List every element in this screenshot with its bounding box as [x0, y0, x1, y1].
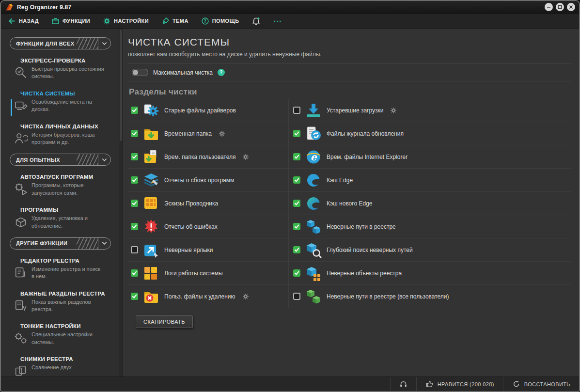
- group-header-for-experienced[interactable]: ДЛЯ ОПЫТНЫХ: [10, 154, 111, 166]
- item-settings-gear-icon[interactable]: [390, 107, 397, 114]
- cleanup-item: Кэш Edge: [289, 169, 571, 192]
- cleanup-checkbox[interactable]: [293, 223, 300, 230]
- cleanup-item-label: Неверные ярлыки: [164, 247, 213, 253]
- cleanup-item: Врем. папка пользователя: [128, 145, 288, 169]
- statusbar: НРАВИТСЯ (200 028) ВОССТАНОВИТЬ: [1, 376, 579, 391]
- item-settings-gear-icon[interactable]: [242, 154, 249, 160]
- main-panel: ЧИСТКА СИСТЕМЫ позволяет вам освободить …: [123, 29, 579, 376]
- sidebar-scrollbar[interactable]: [119, 29, 123, 376]
- sidebar-item-title: АВТОЗАПУСК ПРОГРАММ: [20, 174, 116, 180]
- cleanup-item: Логи работы системы: [128, 262, 288, 285]
- cleanup-item-label: Временная папка: [164, 130, 212, 137]
- express-check-icon: [14, 65, 28, 80]
- help-bubble-icon[interactable]: ?: [218, 69, 225, 76]
- cleanup-checkbox[interactable]: [293, 293, 300, 300]
- help-button[interactable]: ? ПОМОЩЬ: [201, 17, 239, 25]
- sidebar-item-desc: Освобождение места на дисках.: [31, 98, 104, 113]
- system-logs-icon: [143, 265, 159, 282]
- cleanup-item: Старые файлы драйверов: [128, 99, 288, 122]
- cleanup-checkbox[interactable]: [131, 130, 138, 137]
- settings-label: НАСТРОЙКИ: [114, 18, 149, 24]
- cleanup-item: Неверные пути в реестре (все пользовател…: [289, 285, 571, 308]
- cleanup-item-label: Файлы журнала обновления: [327, 130, 404, 137]
- cleanup-checkbox[interactable]: [131, 200, 138, 207]
- sidebar-item-title: СНИМКИ РЕЕСТРА: [20, 356, 116, 362]
- settings-button[interactable]: НАСТРОЙКИ: [103, 17, 149, 25]
- cleanup-checkbox[interactable]: [293, 153, 300, 160]
- functions-button[interactable]: ФУНКЦИИ: [51, 17, 90, 25]
- maximize-button[interactable]: [556, 3, 564, 11]
- cleanup-checkbox[interactable]: [293, 246, 300, 253]
- cleanup-checkbox[interactable]: [131, 269, 138, 277]
- chevron-down-icon[interactable]: [98, 238, 110, 249]
- cleanup-item-label: Неверные объекты реестра: [327, 270, 402, 277]
- cleanup-checkbox[interactable]: [131, 107, 138, 114]
- max-clean-label: Максимальная чистка: [153, 69, 213, 76]
- notifications-bell-icon[interactable]: [251, 16, 261, 26]
- back-button[interactable]: НАЗАД: [8, 17, 39, 25]
- sidebar-item-registry-editor[interactable]: РЕДАКТОР РЕЕСТРА Изменение реестра и пои…: [10, 255, 118, 283]
- like-button[interactable]: НРАВИТСЯ (200 028): [416, 377, 503, 391]
- cleanup-item: e Врем. файлы Internet Explorer: [289, 145, 571, 169]
- sidebar-item-autorun-programs[interactable]: АВТОЗАПУСК ПРОГРАММ Программы, которые з…: [10, 172, 118, 200]
- cleanup-item-label: Устаревшие загрузки: [327, 107, 383, 114]
- cleanup-grid: Старые файлы драйверов Временная папка В…: [128, 99, 571, 308]
- sidebar-group: ДЛЯ ОПЫТНЫХ АВТОЗАПУСК ПРОГРАММ Программ…: [10, 154, 118, 233]
- restore-button[interactable]: ВОССТАНОВИТЬ: [503, 377, 579, 391]
- cleanup-item: Файлы журнала обновления: [289, 122, 571, 145]
- cleanup-item-label: Глубокий поиск неверных путей: [327, 247, 413, 253]
- sidebar-scrollbar-thumb[interactable]: [120, 30, 122, 141]
- user-temp-folder-icon: [143, 149, 159, 165]
- item-settings-gear-icon[interactable]: [242, 293, 249, 300]
- cleanup-checkbox[interactable]: [293, 130, 300, 137]
- window-controls: [545, 3, 575, 11]
- cleanup-item-label: Логи работы системы: [164, 270, 223, 277]
- sidebar-item-registry-snapshots[interactable]: СНИМКИ РЕЕСТРА Сравнение двух: [10, 354, 118, 376]
- theme-brush-icon: [161, 17, 170, 25]
- cleanup-checkbox[interactable]: [293, 200, 300, 207]
- cleanup-checkbox[interactable]: [131, 293, 138, 300]
- cleanup-checkbox[interactable]: [293, 269, 300, 277]
- cleanup-item: Эскизы Проводника: [128, 192, 288, 215]
- sidebar-item-system-clean[interactable]: ЧИСТКА СИСТЕМЫ Освобождение места на дис…: [10, 88, 118, 116]
- cleanup-item-label: Кэш нового Edge: [327, 200, 372, 207]
- toggle-knob: [133, 70, 138, 75]
- item-settings-gear-icon[interactable]: [219, 130, 225, 137]
- back-label: НАЗАД: [19, 18, 39, 24]
- cleanup-checkbox[interactable]: [293, 176, 300, 184]
- cleanup-checkbox[interactable]: [131, 246, 138, 253]
- group-header-functions-for-all[interactable]: ФУНКЦИИ ДЛЯ ВСЕХ: [10, 37, 111, 49]
- chevron-down-icon[interactable]: [98, 38, 110, 49]
- restore-label: ВОССТАНОВИТЬ: [524, 381, 570, 387]
- cleanup-item-label: Врем. папка пользователя: [164, 154, 235, 160]
- new-edge-cache-icon: [305, 195, 322, 212]
- sidebar-item-express-check[interactable]: ЭКСПРЕСС-ПРОВЕРКА Быстрая проверка состо…: [10, 55, 118, 83]
- cleanup-checkbox[interactable]: [131, 153, 138, 160]
- cleanup-checkbox[interactable]: [131, 223, 138, 230]
- app-logo-icon: [5, 3, 14, 12]
- scan-button[interactable]: СКАНИРОВАТЬ: [136, 315, 193, 328]
- minimize-button[interactable]: [545, 3, 553, 11]
- cleanup-checkbox[interactable]: [131, 176, 138, 184]
- close-button[interactable]: [567, 3, 575, 11]
- chevron-down-icon[interactable]: [98, 154, 110, 165]
- sidebar-item-title: ПРОГРАММЫ: [20, 207, 116, 213]
- cleanup-item: Неверные объекты реестра: [289, 262, 571, 285]
- sidebar-item-programs[interactable]: ПРОГРАММЫ Удаление, установка и обновлен…: [10, 204, 118, 233]
- cleanup-checkbox[interactable]: [293, 107, 300, 114]
- group-header-stripes: [77, 154, 98, 165]
- sidebar-item-fine-tuning[interactable]: ТОНКИЕ НАСТРОЙКИ Специальные настройки с…: [10, 321, 118, 349]
- like-label: НРАВИТСЯ (200 028): [438, 381, 494, 387]
- sidebar-item-important-registry-sections[interactable]: ВАЖНЫЕ РАЗДЕЛЫ РЕЕСТРА Показ важных разд…: [10, 288, 118, 316]
- sidebar-item-title: РЕДАКТОР РЕЕСТРА: [20, 258, 116, 264]
- theme-button[interactable]: ТЕМА: [161, 17, 188, 25]
- invalid-shortcuts-icon: [143, 242, 159, 258]
- sidebar-item-private-data-clean[interactable]: ЧИСТКА ЛИЧНЫХ ДАННЫХ История браузеров, …: [10, 121, 118, 149]
- support-button[interactable]: [390, 377, 416, 391]
- max-clean-toggle[interactable]: [132, 69, 148, 76]
- sidebar-item-title: ВАЖНЫЕ РАЗДЕЛЫ РЕЕСТРА: [20, 291, 116, 297]
- sidebar-item-desc: Изменение реестра и поиск в нем.: [31, 266, 104, 281]
- titlebar[interactable]: Reg Organizer 9.87: [1, 1, 579, 14]
- more-menu-button[interactable]: ...: [273, 17, 282, 25]
- group-header-other-functions[interactable]: ДРУГИЕ ФУНКЦИИ: [10, 237, 111, 250]
